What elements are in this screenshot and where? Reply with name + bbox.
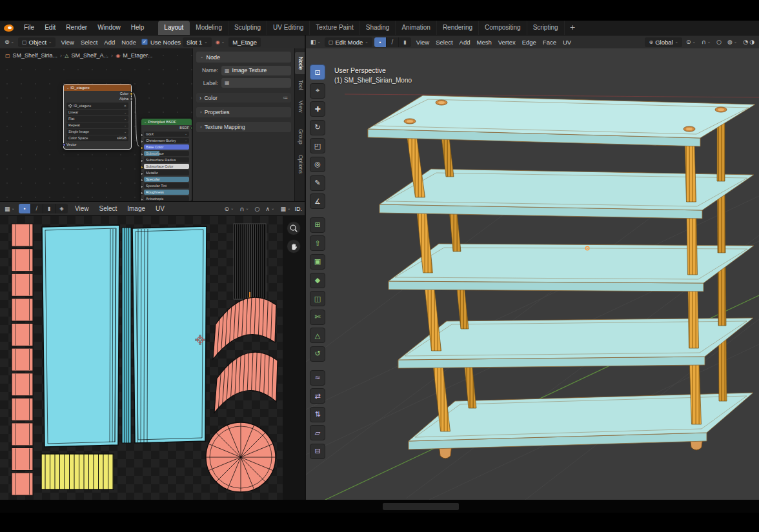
transform-orientation-dropdown[interactable]: ⊕ Global ⌄ bbox=[645, 37, 682, 47]
snap-toggle[interactable]: ∩ ⌄ bbox=[700, 37, 713, 46]
node-name-field[interactable]: ▦ Image Texture bbox=[221, 66, 291, 75]
tool-cursor[interactable]: ⌖ bbox=[310, 83, 325, 99]
viewport-menu-edge[interactable]: Edge bbox=[519, 35, 540, 48]
workspace-tab-modeling[interactable]: Modeling bbox=[190, 21, 228, 35]
socket-vector[interactable]: Vector bbox=[66, 142, 128, 147]
uv-island-leg-strips[interactable] bbox=[234, 224, 266, 299]
viewport-menu-add[interactable]: Add bbox=[456, 35, 474, 48]
bsdf-row-metallic[interactable]: Metallic bbox=[141, 170, 192, 176]
viewport-3d[interactable]: ⊡⌖✚↻◰◎✎∡⊞⇧▣◆◫✄△↺≈⇄⇅▱⊟ User Perspective (… bbox=[306, 48, 759, 500]
workspace-tab-animation[interactable]: Animation bbox=[396, 21, 436, 35]
overlays-dropdown[interactable]: ◍ ⌄ bbox=[725, 37, 739, 46]
add-workspace-button[interactable]: + bbox=[565, 21, 581, 35]
tool-shear[interactable]: ▱ bbox=[310, 425, 325, 440]
uv-canvas[interactable] bbox=[0, 216, 305, 500]
bsdf-row-ggx[interactable]: GGX⌄ bbox=[141, 132, 192, 137]
uv-island-slats[interactable] bbox=[41, 454, 114, 489]
bsdf-row-christensen-burley[interactable]: Christensen-Burley⌄ bbox=[141, 138, 192, 144]
collapse-icon[interactable]: ⌄ bbox=[66, 86, 69, 90]
uv-island-side-strip[interactable] bbox=[12, 323, 33, 346]
viewport-menu-mesh[interactable]: Mesh bbox=[474, 35, 495, 48]
workspace-tab-uv-editing[interactable]: UV Editing bbox=[267, 21, 310, 35]
uv-menu-image[interactable]: Image bbox=[122, 202, 150, 216]
shader-menu-add[interactable]: Add bbox=[101, 35, 118, 48]
workspace-tab-texture-paint[interactable]: Texture Paint bbox=[310, 21, 359, 35]
tool-edge-slide[interactable]: ⇄ bbox=[310, 388, 325, 404]
bsdf-row-specular-tint[interactable]: Specular Tint bbox=[141, 183, 192, 189]
shading-type-dropdown[interactable]: ▢ Object ⌄ bbox=[18, 37, 56, 47]
bsdf-row-base-color[interactable]: Base Color bbox=[141, 144, 192, 150]
pivot-point-dropdown[interactable]: ⊙ ⌄ bbox=[684, 37, 698, 46]
bsdf-row-specular[interactable]: Specular bbox=[141, 177, 192, 182]
bsdf-row-subsurface-radius[interactable]: Subsurface Radius bbox=[141, 157, 192, 163]
menu-window[interactable]: Window bbox=[92, 21, 126, 35]
tool-add-cube[interactable]: ⊞ bbox=[310, 217, 325, 233]
uv-face-select-button[interactable]: ▮ bbox=[43, 204, 56, 213]
viewport-editor-type-button[interactable]: ◧ ⌄ bbox=[309, 37, 323, 46]
shader-menu-node[interactable]: Node bbox=[118, 35, 139, 48]
socket-color[interactable]: Color bbox=[66, 91, 128, 96]
tool-annotate[interactable]: ✎ bbox=[310, 175, 325, 191]
socket-alpha[interactable]: Alpha bbox=[66, 96, 128, 101]
collapse-icon[interactable]: ⌄ bbox=[144, 121, 147, 124]
breadcrumb-material[interactable]: M_Etager... bbox=[123, 52, 152, 59]
pan-hand-icon[interactable] bbox=[287, 239, 301, 253]
menu-render[interactable]: Render bbox=[61, 21, 92, 35]
uv-island-side-strip[interactable] bbox=[12, 398, 33, 420]
bsdf-row-subsurface-color[interactable]: Subsurface Color bbox=[141, 164, 192, 170]
workspace-tab-layout[interactable]: Layout bbox=[158, 21, 190, 35]
vertex-select-button[interactable]: ∙ bbox=[374, 37, 387, 47]
image-node-dropdown-flat[interactable]: Flat⌄ bbox=[66, 116, 128, 122]
uv-image-name[interactable]: ID. bbox=[294, 206, 302, 212]
proportional-editing-toggle[interactable]: ○ bbox=[714, 37, 724, 46]
tool-shrink-fatten[interactable]: ⇅ bbox=[310, 407, 325, 422]
uv-falloff-dropdown[interactable]: ∧ ⌄ bbox=[263, 204, 276, 213]
uv-island-side-strip[interactable] bbox=[12, 273, 33, 296]
image-texture-node[interactable]: ⌄ ID_etagere Color Alpha ID_etagere ✕ Li bbox=[63, 84, 132, 150]
menu-help[interactable]: Help bbox=[126, 21, 150, 35]
uv-proportional-toggle[interactable]: ○ bbox=[253, 204, 262, 213]
mode-dropdown[interactable]: ▢ Edit Mode ⌄ bbox=[325, 37, 372, 47]
tool-spin[interactable]: ↺ bbox=[310, 346, 325, 362]
shader-editor[interactable]: ▢ SM_Shelf_Siria... › △ SM_Shelf_A... › … bbox=[0, 48, 305, 202]
uv-island-side-strip[interactable] bbox=[12, 473, 33, 495]
shading-mode-group[interactable]: ◔ ◑ bbox=[741, 37, 756, 46]
uv-image-browse-button[interactable]: ▦ ⌄ bbox=[279, 204, 293, 213]
tool-select-box[interactable]: ⊡ bbox=[310, 64, 325, 80]
socket-bsdf[interactable]: BSDF bbox=[144, 125, 189, 130]
menu-file[interactable]: File bbox=[19, 21, 39, 35]
properties-panel-header[interactable]: › Properties bbox=[196, 107, 291, 117]
uv-island-side-strip[interactable] bbox=[12, 373, 33, 396]
uv-editor-type-button[interactable]: ▦ ⌄ bbox=[3, 204, 17, 213]
uv-menu-select[interactable]: Select bbox=[94, 202, 122, 216]
viewport-menu-uv[interactable]: UV bbox=[560, 35, 574, 48]
tool-rotate[interactable]: ↻ bbox=[310, 120, 325, 135]
uv-island-side-strip[interactable] bbox=[12, 299, 33, 321]
menu-edit[interactable]: Edit bbox=[39, 21, 61, 35]
uv-island-shelf-b[interactable] bbox=[132, 226, 207, 443]
tool-poly-build[interactable]: △ bbox=[310, 328, 325, 343]
viewport-menu-vertex[interactable]: Vertex bbox=[495, 35, 519, 48]
uv-island-shelf-a[interactable] bbox=[42, 225, 119, 447]
breadcrumb-mesh[interactable]: SM_Shelf_A... bbox=[71, 52, 108, 59]
colorspace-dropdown[interactable]: Color Space sRGB bbox=[66, 135, 128, 141]
tool-loop-cut[interactable]: ◫ bbox=[310, 291, 325, 306]
tool-inset-faces[interactable]: ▣ bbox=[310, 254, 325, 270]
uv-snap-toggle[interactable]: ∩ ⌄ bbox=[238, 204, 251, 213]
texture-mapping-panel-header[interactable]: › Texture Mapping bbox=[196, 122, 291, 132]
tool-bevel[interactable]: ◆ bbox=[310, 273, 325, 288]
shader-menu-view[interactable]: View bbox=[57, 35, 77, 48]
tool-transform[interactable]: ◎ bbox=[310, 157, 325, 172]
tool-measure[interactable]: ∡ bbox=[310, 193, 325, 209]
tool-extrude-region[interactable]: ⇧ bbox=[310, 235, 325, 251]
sidebar-tab-options[interactable]: Options bbox=[295, 150, 305, 178]
uv-island-side-strip[interactable] bbox=[12, 348, 33, 371]
material-name-field[interactable]: M_Etage bbox=[228, 37, 261, 47]
sidebar-tab-view[interactable]: View bbox=[295, 96, 305, 117]
uv-island-select-button[interactable]: ◈ bbox=[56, 204, 68, 213]
node-panel-header[interactable]: ⌄ Node bbox=[196, 52, 291, 63]
breadcrumb-object[interactable]: SM_Shelf_Siria... bbox=[13, 52, 58, 59]
uv-island-side-strip[interactable] bbox=[12, 448, 33, 470]
blender-logo-icon[interactable] bbox=[4, 25, 14, 32]
bsdf-row-roughness[interactable]: Roughness bbox=[141, 190, 192, 195]
